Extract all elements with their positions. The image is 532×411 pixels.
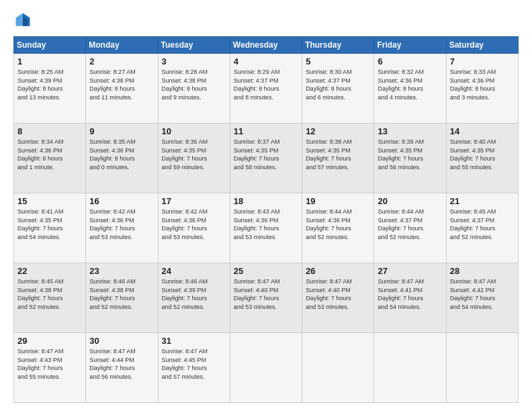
- day-number: 31: [162, 336, 226, 346]
- calendar-week-5: 29Sunrise: 8:47 AM Sunset: 4:43 PM Dayli…: [14, 333, 519, 403]
- day-number: 28: [450, 266, 515, 276]
- day-info: Sunrise: 8:34 AM Sunset: 4:36 PM Dayligh…: [17, 138, 82, 171]
- day-number: 9: [89, 126, 154, 136]
- calendar-cell: [230, 333, 302, 403]
- calendar-cell: [302, 333, 374, 403]
- day-number: 22: [17, 266, 82, 276]
- day-info: Sunrise: 8:44 AM Sunset: 4:37 PM Dayligh…: [378, 208, 442, 241]
- day-info: Sunrise: 8:45 AM Sunset: 4:38 PM Dayligh…: [17, 277, 82, 311]
- calendar-cell: 14Sunrise: 8:40 AM Sunset: 4:35 PM Dayli…: [446, 124, 518, 193]
- day-number: 26: [306, 266, 370, 276]
- col-header-thursday: Thursday: [302, 37, 374, 54]
- day-number: 13: [378, 126, 442, 136]
- calendar-cell: 4Sunrise: 8:29 AM Sunset: 4:37 PM Daylig…: [230, 54, 302, 124]
- calendar-cell: 2Sunrise: 8:27 AM Sunset: 4:38 PM Daylig…: [86, 54, 158, 124]
- calendar-cell: 13Sunrise: 8:39 AM Sunset: 4:35 PM Dayli…: [374, 124, 446, 193]
- calendar-table: SundayMondayTuesdayWednesdayThursdayFrid…: [13, 36, 519, 403]
- calendar-week-3: 15Sunrise: 8:41 AM Sunset: 4:35 PM Dayli…: [14, 193, 519, 263]
- day-info: Sunrise: 8:47 AM Sunset: 4:43 PM Dayligh…: [17, 347, 82, 381]
- day-number: 6: [378, 56, 442, 66]
- calendar-cell: 21Sunrise: 8:45 AM Sunset: 4:37 PM Dayli…: [446, 193, 518, 263]
- day-number: 23: [89, 266, 154, 276]
- calendar-cell: 23Sunrise: 8:46 AM Sunset: 4:38 PM Dayli…: [86, 263, 158, 333]
- calendar-cell: 7Sunrise: 8:33 AM Sunset: 4:36 PM Daylig…: [446, 54, 518, 124]
- calendar-cell: [446, 333, 518, 403]
- calendar-cell: 17Sunrise: 8:42 AM Sunset: 4:36 PM Dayli…: [158, 193, 230, 263]
- day-number: 3: [162, 56, 226, 66]
- calendar-cell: 15Sunrise: 8:41 AM Sunset: 4:35 PM Dayli…: [14, 193, 86, 263]
- calendar-cell: 26Sunrise: 8:47 AM Sunset: 4:40 PM Dayli…: [302, 263, 374, 333]
- day-info: Sunrise: 8:44 AM Sunset: 4:36 PM Dayligh…: [306, 208, 370, 241]
- calendar-week-4: 22Sunrise: 8:45 AM Sunset: 4:38 PM Dayli…: [14, 263, 519, 333]
- day-info: Sunrise: 8:39 AM Sunset: 4:35 PM Dayligh…: [378, 138, 442, 171]
- calendar-cell: 25Sunrise: 8:47 AM Sunset: 4:40 PM Dayli…: [230, 263, 302, 333]
- logo: [13, 11, 35, 30]
- day-info: Sunrise: 8:46 AM Sunset: 4:38 PM Dayligh…: [89, 277, 154, 311]
- day-number: 20: [378, 196, 442, 206]
- day-info: Sunrise: 8:45 AM Sunset: 4:37 PM Dayligh…: [450, 208, 515, 241]
- calendar-cell: 6Sunrise: 8:32 AM Sunset: 4:36 PM Daylig…: [374, 54, 446, 124]
- calendar-cell: 3Sunrise: 8:28 AM Sunset: 4:38 PM Daylig…: [158, 54, 230, 124]
- day-info: Sunrise: 8:47 AM Sunset: 4:40 PM Dayligh…: [234, 277, 298, 311]
- day-info: Sunrise: 8:28 AM Sunset: 4:38 PM Dayligh…: [162, 68, 226, 101]
- logo-icon: [13, 11, 32, 30]
- col-header-monday: Monday: [86, 37, 158, 54]
- day-info: Sunrise: 8:47 AM Sunset: 4:45 PM Dayligh…: [162, 347, 226, 381]
- day-info: Sunrise: 8:29 AM Sunset: 4:37 PM Dayligh…: [234, 68, 298, 101]
- calendar-cell: 1Sunrise: 8:25 AM Sunset: 4:39 PM Daylig…: [14, 54, 86, 124]
- day-number: 21: [450, 196, 515, 206]
- day-info: Sunrise: 8:25 AM Sunset: 4:39 PM Dayligh…: [17, 68, 82, 101]
- day-info: Sunrise: 8:38 AM Sunset: 4:35 PM Dayligh…: [306, 138, 370, 171]
- day-number: 24: [162, 266, 226, 276]
- day-number: 17: [162, 196, 226, 206]
- calendar-week-1: 1Sunrise: 8:25 AM Sunset: 4:39 PM Daylig…: [14, 54, 519, 124]
- day-info: Sunrise: 8:47 AM Sunset: 4:40 PM Dayligh…: [306, 277, 370, 311]
- calendar-cell: 9Sunrise: 8:35 AM Sunset: 4:36 PM Daylig…: [86, 124, 158, 193]
- col-header-tuesday: Tuesday: [158, 37, 230, 54]
- calendar-cell: 27Sunrise: 8:47 AM Sunset: 4:41 PM Dayli…: [374, 263, 446, 333]
- calendar-cell: [374, 333, 446, 403]
- col-header-wednesday: Wednesday: [230, 37, 302, 54]
- day-info: Sunrise: 8:32 AM Sunset: 4:36 PM Dayligh…: [378, 68, 442, 101]
- calendar-cell: 22Sunrise: 8:45 AM Sunset: 4:38 PM Dayli…: [14, 263, 86, 333]
- calendar-cell: 30Sunrise: 8:47 AM Sunset: 4:44 PM Dayli…: [86, 333, 158, 403]
- day-info: Sunrise: 8:40 AM Sunset: 4:35 PM Dayligh…: [450, 138, 515, 171]
- day-info: Sunrise: 8:41 AM Sunset: 4:35 PM Dayligh…: [17, 208, 82, 241]
- day-info: Sunrise: 8:43 AM Sunset: 4:36 PM Dayligh…: [234, 208, 298, 241]
- day-number: 19: [306, 196, 370, 206]
- day-info: Sunrise: 8:42 AM Sunset: 4:36 PM Dayligh…: [89, 208, 154, 241]
- calendar-cell: 24Sunrise: 8:46 AM Sunset: 4:39 PM Dayli…: [158, 263, 230, 333]
- calendar-cell: 20Sunrise: 8:44 AM Sunset: 4:37 PM Dayli…: [374, 193, 446, 263]
- calendar-week-2: 8Sunrise: 8:34 AM Sunset: 4:36 PM Daylig…: [14, 124, 519, 193]
- calendar-cell: 28Sunrise: 8:47 AM Sunset: 4:42 PM Dayli…: [446, 263, 518, 333]
- day-info: Sunrise: 8:47 AM Sunset: 4:41 PM Dayligh…: [378, 277, 442, 311]
- day-number: 30: [89, 336, 154, 346]
- day-number: 29: [17, 336, 82, 346]
- day-number: 7: [450, 56, 515, 66]
- day-info: Sunrise: 8:47 AM Sunset: 4:42 PM Dayligh…: [450, 277, 515, 311]
- day-info: Sunrise: 8:46 AM Sunset: 4:39 PM Dayligh…: [162, 277, 226, 311]
- day-info: Sunrise: 8:36 AM Sunset: 4:35 PM Dayligh…: [162, 138, 226, 171]
- calendar-cell: 8Sunrise: 8:34 AM Sunset: 4:36 PM Daylig…: [14, 124, 86, 193]
- calendar-cell: 11Sunrise: 8:37 AM Sunset: 4:35 PM Dayli…: [230, 124, 302, 193]
- col-header-friday: Friday: [374, 37, 446, 54]
- day-number: 5: [306, 56, 370, 66]
- day-number: 16: [89, 196, 154, 206]
- calendar-cell: 18Sunrise: 8:43 AM Sunset: 4:36 PM Dayli…: [230, 193, 302, 263]
- calendar-cell: 31Sunrise: 8:47 AM Sunset: 4:45 PM Dayli…: [158, 333, 230, 403]
- calendar-cell: 5Sunrise: 8:30 AM Sunset: 4:37 PM Daylig…: [302, 54, 374, 124]
- col-header-sunday: Sunday: [14, 37, 86, 54]
- calendar-cell: 16Sunrise: 8:42 AM Sunset: 4:36 PM Dayli…: [86, 193, 158, 263]
- col-header-saturday: Saturday: [446, 37, 518, 54]
- day-info: Sunrise: 8:30 AM Sunset: 4:37 PM Dayligh…: [306, 68, 370, 101]
- day-info: Sunrise: 8:47 AM Sunset: 4:44 PM Dayligh…: [89, 347, 154, 381]
- calendar-cell: 10Sunrise: 8:36 AM Sunset: 4:35 PM Dayli…: [158, 124, 230, 193]
- day-number: 8: [17, 126, 82, 136]
- day-number: 14: [450, 126, 515, 136]
- day-info: Sunrise: 8:37 AM Sunset: 4:35 PM Dayligh…: [234, 138, 298, 171]
- day-number: 25: [234, 266, 298, 276]
- day-number: 1: [17, 56, 82, 66]
- day-info: Sunrise: 8:42 AM Sunset: 4:36 PM Dayligh…: [162, 208, 226, 241]
- page: SundayMondayTuesdayWednesdayThursdayFrid…: [0, 0, 532, 411]
- day-number: 12: [306, 126, 370, 136]
